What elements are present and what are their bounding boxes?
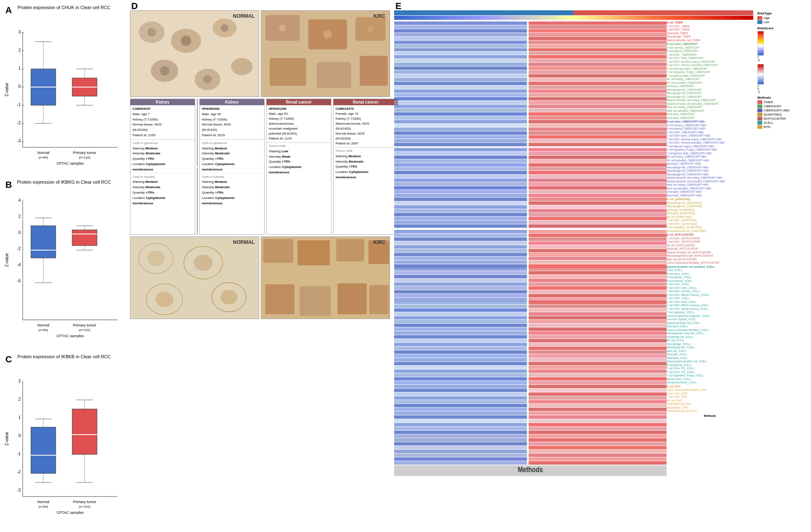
svg-rect-178	[394, 70, 527, 73]
svg-rect-229	[529, 167, 667, 170]
svg-rect-353	[529, 404, 667, 407]
svg-rect-380	[394, 457, 527, 461]
svg-rect-326	[394, 354, 527, 357]
svg-rect-322	[394, 347, 527, 350]
svg-rect-262	[394, 234, 527, 237]
svg-rect-175	[529, 63, 667, 66]
card3-id: HPA001249	[269, 106, 329, 111]
card-cab010373: Renal cancer CAB010373 Female, age 72 Ki…	[333, 99, 398, 235]
svg-rect-323	[529, 347, 667, 350]
svg-text:-4: -4	[17, 262, 21, 267]
svg-rect-189	[529, 90, 667, 93]
svg-rect-242	[394, 194, 527, 197]
card1-id: CAB004447	[132, 106, 193, 112]
svg-text:Z-value: Z-value	[5, 432, 9, 446]
svg-rect-354	[394, 408, 527, 411]
plot-b-section: B Protein expression of IKBKG in Clear c…	[2, 179, 126, 351]
ihc-normal-top-label: NORMAL	[233, 13, 255, 19]
ihc-normal-top: NORMAL	[130, 10, 259, 97]
card4-section1: Tumor cells Staining Medium Intensity Mo…	[333, 148, 398, 181]
legend-riskscore: RiskScore 2 -2	[757, 26, 807, 61]
svg-rect-325	[529, 350, 667, 354]
svg-rect-366	[394, 430, 527, 434]
legend-quantiseq-swatch	[757, 113, 762, 116]
svg-text:-6: -6	[17, 279, 21, 283]
svg-rect-187	[529, 85, 667, 89]
svg-text:Primary tumor: Primary tumor	[73, 323, 97, 327]
svg-rect-302	[394, 308, 527, 312]
svg-rect-213	[529, 135, 667, 139]
svg-rect-169	[529, 52, 667, 54]
svg-rect-154	[394, 25, 527, 28]
svg-rect-261	[529, 230, 667, 233]
svg-rect-218	[394, 148, 527, 151]
row-labels-list: B cell_TIMER T cell CD4+_TIMER T cell CD…	[667, 21, 753, 418]
svg-rect-257	[529, 220, 667, 224]
svg-rect-183	[529, 78, 667, 81]
svg-rect-164	[394, 45, 527, 48]
svg-rect-224	[394, 159, 527, 163]
svg-rect-230	[394, 171, 527, 174]
plot-c-chart: 3 2 1 0 -1 -2 -3 Z-value	[2, 360, 126, 526]
right-panel: E	[392, 0, 811, 532]
svg-rect-220	[394, 152, 527, 155]
svg-rect-286	[394, 279, 527, 282]
svg-rect-330	[394, 362, 527, 365]
svg-rect-223	[529, 156, 667, 159]
svg-rect-313	[529, 327, 667, 331]
svg-rect-173	[529, 59, 667, 62]
svg-point-134	[220, 290, 238, 304]
svg-rect-217	[529, 143, 667, 146]
svg-text:Primary tumor: Primary tumor	[73, 151, 97, 155]
svg-rect-245	[529, 198, 667, 201]
legend-expr-bar	[757, 64, 764, 85]
svg-rect-284	[394, 275, 527, 278]
svg-text:-2: -2	[17, 246, 21, 251]
plot-b-title: Protein expression of IKBKG in Clear cel…	[17, 180, 111, 184]
svg-text:Primary tumor: Primary tumor	[73, 500, 97, 504]
svg-rect-383	[529, 461, 667, 464]
svg-rect-368	[394, 435, 527, 438]
svg-rect-233	[529, 175, 667, 178]
svg-point-107	[279, 24, 286, 31]
risk-low-bar	[394, 10, 574, 15]
plot-b-svg: 4 2 0 -2 -4 -6 Z-value	[2, 185, 126, 351]
svg-rect-160	[394, 37, 527, 40]
svg-point-98	[160, 66, 169, 76]
svg-rect-250	[394, 209, 527, 213]
svg-rect-317	[529, 335, 667, 338]
svg-rect-283	[529, 271, 667, 274]
svg-rect-208	[394, 128, 527, 131]
svg-rect-192	[394, 97, 527, 100]
plot-c-title: Protein expression of IKBKB in Clear cel…	[17, 354, 111, 359]
svg-rect-207	[529, 124, 667, 127]
svg-rect-186	[394, 85, 527, 89]
svg-text:Normal: Normal	[37, 323, 49, 327]
svg-rect-239	[529, 186, 667, 189]
svg-rect-235	[529, 179, 667, 182]
card2-id: HPA000426	[202, 106, 262, 112]
card2-section2: Cells in tubules Staining Medium Intensi…	[200, 174, 264, 207]
svg-text:(n=84): (n=84)	[38, 328, 48, 332]
svg-rect-155	[529, 25, 667, 28]
card3-header: Renal cancer	[267, 99, 331, 105]
svg-text:2: 2	[18, 214, 21, 219]
svg-rect-136	[263, 239, 293, 262]
svg-rect-273	[529, 253, 667, 256]
svg-rect-376	[394, 450, 527, 453]
svg-rect-194	[394, 101, 527, 104]
svg-rect-264	[394, 237, 527, 241]
svg-rect-222	[394, 156, 527, 159]
svg-rect-309	[529, 320, 667, 323]
svg-rect-328	[394, 358, 527, 362]
svg-text:Normal: Normal	[37, 500, 49, 504]
svg-rect-370	[394, 438, 527, 442]
svg-text:CPTAC samples: CPTAC samples	[57, 511, 84, 515]
svg-rect-241	[529, 190, 667, 193]
svg-rect-314	[394, 331, 527, 335]
svg-rect-258	[394, 225, 527, 228]
ihc-normal-bottom: NORMAL	[130, 236, 259, 319]
svg-rect-332	[394, 366, 527, 369]
svg-rect-179	[529, 70, 667, 73]
svg-rect-237	[529, 182, 667, 186]
